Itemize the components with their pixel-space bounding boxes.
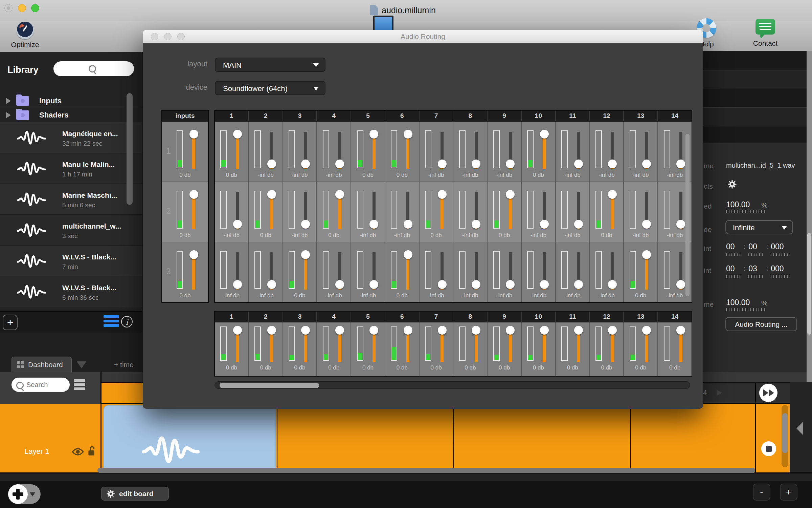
fader-knob[interactable] bbox=[335, 190, 344, 199]
fader-cell[interactable]: 0 db bbox=[624, 322, 658, 376]
fader-knob[interactable] bbox=[438, 190, 447, 199]
zoom-window-button[interactable] bbox=[31, 4, 39, 12]
fader-cell[interactable]: 20 db bbox=[162, 182, 208, 242]
fader-cell[interactable]: -inf db bbox=[351, 182, 385, 242]
fader-track[interactable] bbox=[338, 252, 341, 290]
fader-track[interactable] bbox=[270, 132, 273, 169]
zoom-in-button[interactable]: + bbox=[780, 484, 797, 501]
fader-cell[interactable]: 0 db bbox=[624, 242, 658, 302]
fader-knob[interactable] bbox=[540, 130, 549, 139]
fader-knob[interactable] bbox=[608, 160, 617, 168]
fader-cell[interactable]: -inf db bbox=[317, 242, 351, 302]
matrix-horizontal-scrollbar-track[interactable] bbox=[215, 381, 690, 389]
fader-cell[interactable]: -inf db bbox=[420, 242, 454, 302]
fader-cell[interactable]: -inf db bbox=[522, 182, 556, 242]
fader-cell[interactable]: 0 db bbox=[658, 322, 692, 376]
matrix-vertical-scrollbar[interactable] bbox=[685, 134, 690, 296]
board-menu-button[interactable] bbox=[76, 361, 87, 368]
fader-track[interactable] bbox=[270, 192, 273, 229]
display-icon[interactable] bbox=[373, 16, 393, 32]
fader-knob[interactable] bbox=[574, 220, 583, 229]
fader-knob[interactable] bbox=[369, 130, 378, 139]
fader-cell[interactable]: -inf db bbox=[420, 122, 454, 182]
fader-track[interactable] bbox=[236, 132, 239, 169]
fader-cell[interactable]: 0 db bbox=[385, 242, 420, 302]
fader-track[interactable] bbox=[441, 328, 444, 362]
fader-track[interactable] bbox=[475, 252, 478, 290]
fader-cell[interactable]: 0 db bbox=[590, 322, 624, 376]
fader-track[interactable] bbox=[509, 252, 512, 290]
fader-track[interactable] bbox=[192, 192, 195, 229]
timeline-vertical-scrollbar-track[interactable] bbox=[782, 405, 788, 467]
fader-knob[interactable] bbox=[472, 160, 480, 168]
fader-track[interactable] bbox=[679, 192, 682, 229]
fader-track[interactable] bbox=[543, 328, 546, 362]
audio-routing-button[interactable]: Audio Routing ... bbox=[725, 317, 797, 331]
fader-knob[interactable] bbox=[642, 250, 651, 259]
matrix-horizontal-scrollbar-thumb[interactable] bbox=[220, 383, 319, 388]
speed-value[interactable]: 100.00 bbox=[726, 200, 750, 209]
fader-track[interactable] bbox=[373, 252, 376, 290]
fader-track[interactable] bbox=[645, 132, 648, 169]
fader-track[interactable] bbox=[338, 132, 341, 169]
fader-track[interactable] bbox=[236, 192, 239, 229]
layer-1-header[interactable]: Layer 1 bbox=[0, 404, 102, 472]
fader-track[interactable] bbox=[304, 252, 307, 290]
library-item[interactable]: W.LV.S - Black...6 min 36 sec bbox=[0, 276, 142, 307]
optimize-button[interactable]: Optimize bbox=[6, 22, 44, 49]
panel-row[interactable] bbox=[703, 89, 807, 108]
fader-cell[interactable]: 0 db bbox=[385, 322, 420, 376]
fader-knob[interactable] bbox=[642, 326, 651, 335]
timeline-horizontal-scrollbar[interactable] bbox=[97, 468, 755, 473]
fader-cell[interactable]: 30 db bbox=[162, 242, 208, 302]
fader-cell[interactable]: -inf db bbox=[453, 182, 488, 242]
fader-knob[interactable] bbox=[369, 280, 378, 289]
device-dropdown[interactable]: Soundflower (64ch) bbox=[215, 81, 325, 95]
fader-knob[interactable] bbox=[267, 280, 276, 289]
fader-knob[interactable] bbox=[267, 190, 276, 199]
library-item[interactable]: W.LV.S - Black...7 min bbox=[0, 246, 142, 276]
fader-knob[interactable] bbox=[438, 326, 447, 335]
fader-knob[interactable] bbox=[642, 160, 651, 168]
fader-track[interactable] bbox=[543, 132, 546, 169]
fader-track[interactable] bbox=[577, 192, 580, 229]
fader-cell[interactable]: -inf db bbox=[556, 182, 590, 242]
fader-knob[interactable] bbox=[404, 250, 412, 259]
fader-cell[interactable]: 0 db bbox=[420, 182, 454, 242]
fader-track[interactable] bbox=[543, 252, 546, 290]
fader-knob[interactable] bbox=[540, 280, 549, 289]
fader-cell[interactable]: -inf db bbox=[590, 242, 624, 302]
fast-forward-button[interactable] bbox=[759, 384, 777, 402]
fader-cell[interactable]: 0 db bbox=[453, 322, 488, 376]
fader-knob[interactable] bbox=[335, 160, 344, 168]
fader-knob[interactable] bbox=[335, 326, 344, 335]
fader-knob[interactable] bbox=[189, 130, 198, 139]
fader-knob[interactable] bbox=[574, 160, 583, 168]
fader-track[interactable] bbox=[304, 132, 307, 169]
minimize-window-button[interactable] bbox=[18, 4, 26, 12]
fader-knob[interactable] bbox=[608, 190, 617, 199]
fader-cell[interactable]: -inf db bbox=[453, 242, 488, 302]
layout-dropdown[interactable]: MAIN bbox=[215, 58, 325, 72]
fader-knob[interactable] bbox=[608, 280, 617, 289]
sidebar-folder-shaders[interactable]: Shaders bbox=[0, 108, 142, 122]
volume-slider[interactable] bbox=[726, 308, 766, 311]
fader-cell[interactable]: -inf db bbox=[522, 242, 556, 302]
fader-track[interactable] bbox=[509, 192, 512, 229]
fader-track[interactable] bbox=[441, 192, 444, 229]
fader-track[interactable] bbox=[577, 132, 580, 169]
fader-track[interactable] bbox=[679, 328, 682, 362]
fader-cell[interactable]: -inf db bbox=[249, 242, 283, 302]
library-search[interactable] bbox=[53, 61, 134, 76]
fader-knob[interactable] bbox=[233, 280, 242, 289]
inpoint-ms[interactable]: 000 bbox=[771, 242, 784, 251]
fader-cell[interactable]: -inf db bbox=[249, 122, 283, 182]
add-layer-button[interactable] bbox=[8, 484, 28, 504]
dialog-titlebar[interactable]: Audio Routing bbox=[143, 30, 703, 43]
fader-knob[interactable] bbox=[676, 220, 685, 229]
fader-knob[interactable] bbox=[301, 160, 310, 168]
fader-track[interactable] bbox=[373, 192, 376, 229]
fader-cell[interactable]: -inf db bbox=[590, 122, 624, 182]
layer-unlocked-icon[interactable] bbox=[87, 446, 96, 457]
fader-knob[interactable] bbox=[506, 326, 515, 335]
